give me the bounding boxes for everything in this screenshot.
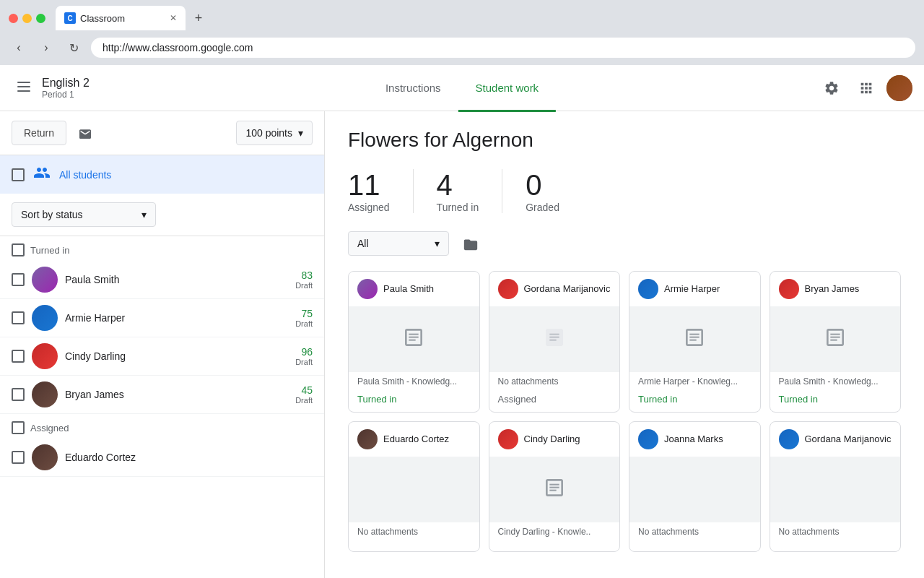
points-chevron-icon: ▾ — [298, 127, 303, 139]
student-grade: 83 Draft — [295, 269, 313, 290]
student-checkbox[interactable] — [12, 350, 25, 363]
close-dot[interactable] — [9, 14, 18, 23]
student-card[interactable]: Gordana Marijanovic No attachments — [770, 421, 902, 552]
nav-student-work[interactable]: Student work — [458, 66, 557, 112]
classroom-tab-icon: C — [64, 12, 76, 24]
sort-dropdown[interactable]: Sort by status ▾ — [12, 202, 156, 227]
card-name: Gordana Marijanovic — [805, 434, 892, 445]
email-icon[interactable] — [72, 120, 98, 146]
sort-label: Sort by status — [21, 209, 83, 220]
filter-value: All — [357, 238, 369, 249]
card-header: Gordana Marijanovic — [770, 422, 901, 457]
card-header: Eduardo Cortez — [349, 422, 479, 457]
card-thumbnail — [629, 307, 760, 372]
app-header: English 2 Period 1 Instructions Student … — [0, 65, 924, 111]
student-grade: 75 Draft — [295, 308, 313, 328]
all-students-checkbox[interactable] — [12, 168, 25, 181]
card-file-name: Cindy Darling - Knowle.. — [489, 522, 620, 541]
nav-instructions[interactable]: Instructions — [368, 66, 458, 112]
student-card[interactable]: Bryan James Paula Smith - Knowledg... Tu… — [770, 271, 902, 413]
student-row[interactable]: Armie Harper 75 Draft — [0, 299, 324, 337]
apps-grid-icon[interactable] — [852, 74, 881, 103]
turned-in-label: Turned in — [30, 245, 69, 256]
assigned-checkbox[interactable] — [12, 421, 25, 434]
student-row[interactable]: Cindy Darling 96 Draft — [0, 337, 324, 376]
course-period: Period 1 — [42, 90, 90, 100]
card-status — [629, 541, 760, 551]
student-name: Bryan James — [65, 389, 288, 400]
return-button[interactable]: Return — [12, 121, 66, 145]
card-avatar — [357, 429, 378, 449]
card-thumbnail — [489, 457, 620, 522]
forward-button[interactable]: › — [36, 38, 56, 58]
student-card[interactable]: Eduardo Cortez No attachments — [348, 421, 480, 552]
reload-button[interactable]: ↻ — [64, 38, 84, 58]
svg-rect-13 — [830, 336, 840, 337]
new-tab-button[interactable]: + — [188, 8, 209, 28]
card-thumbnail — [770, 307, 901, 372]
points-value: 100 points — [245, 127, 292, 139]
card-name: Cindy Darling — [524, 434, 580, 445]
sidebar-toolbar: Return 100 points ▾ — [0, 111, 324, 155]
card-avatar — [357, 279, 378, 299]
card-name: Bryan James — [805, 283, 860, 295]
all-students-icon — [33, 164, 51, 185]
student-card[interactable]: Paula Smith Paula Smith - Knowledg... Tu… — [348, 271, 480, 413]
student-checkbox[interactable] — [12, 273, 25, 286]
assigned-stat: 11 Assigned — [348, 169, 414, 213]
turned-in-checkbox[interactable] — [12, 243, 25, 256]
menu-icon[interactable] — [12, 76, 36, 100]
maximize-dot[interactable] — [36, 14, 45, 23]
doc-icon — [402, 326, 425, 354]
card-avatar — [779, 429, 799, 449]
student-card[interactable]: Gordana Marijanovic No attachments Assig… — [489, 271, 621, 413]
student-row[interactable]: Paula Smith 83 Draft — [0, 261, 324, 299]
doc-icon — [824, 326, 847, 354]
svg-rect-4 — [409, 336, 419, 337]
assigned-label: Assigned — [30, 423, 69, 434]
points-dropdown[interactable]: 100 points ▾ — [236, 121, 313, 145]
card-thumbnail — [349, 457, 479, 522]
student-checkbox[interactable] — [12, 311, 25, 324]
card-thumbnail — [349, 307, 479, 372]
turned-in-stat: 4 Turned in — [437, 169, 503, 213]
card-header: Bryan James — [770, 272, 901, 307]
svg-rect-10 — [690, 336, 699, 337]
student-row[interactable]: Bryan James 45 Draft — [0, 376, 324, 414]
student-checkbox[interactable] — [12, 388, 25, 401]
graded-stat-label: Graded — [526, 202, 559, 213]
student-card[interactable]: Armie Harper Armie Harper - Knowleg... T… — [629, 271, 761, 413]
settings-icon[interactable] — [817, 74, 846, 103]
sort-row: Sort by status ▾ — [0, 194, 324, 236]
card-name: Eduardo Cortez — [383, 434, 449, 445]
browser-dots — [9, 14, 45, 23]
student-name: Eduardo Cortez — [65, 452, 305, 463]
filter-dropdown[interactable]: All ▾ — [348, 231, 449, 256]
address-bar-input[interactable] — [91, 38, 915, 58]
back-button[interactable]: ‹ — [9, 38, 29, 58]
all-students-label: All students — [59, 169, 111, 181]
tab-close-button[interactable]: ✕ — [170, 13, 177, 23]
svg-rect-7 — [549, 336, 559, 337]
all-students-row[interactable]: All students — [0, 155, 324, 194]
student-avatar — [32, 444, 58, 470]
student-grade: 45 Draft — [295, 384, 313, 405]
minimize-dot[interactable] — [22, 14, 32, 23]
student-card[interactable]: Joanna Marks No attachments — [629, 421, 761, 552]
student-checkbox[interactable] — [12, 451, 25, 464]
card-name: Joanna Marks — [664, 434, 723, 445]
student-card[interactable]: Cindy Darling Cindy Darling - Knowle.. — [489, 421, 621, 552]
user-avatar[interactable] — [886, 75, 912, 101]
assigned-stat-label: Assigned — [348, 202, 390, 213]
card-header: Gordana Marijanovic — [489, 272, 620, 307]
folder-icon[interactable] — [458, 230, 484, 256]
student-name: Armie Harper — [65, 312, 288, 324]
header-actions — [817, 74, 912, 103]
student-row[interactable]: Eduardo Cortez — [0, 439, 324, 477]
card-header: Paula Smith — [349, 272, 479, 307]
student-grade: 96 Draft — [295, 346, 313, 366]
card-avatar — [498, 279, 518, 299]
graded-count: 0 — [526, 169, 541, 202]
doc-icon — [543, 476, 566, 504]
browser-tab[interactable]: C Classroom ✕ — [56, 6, 186, 30]
